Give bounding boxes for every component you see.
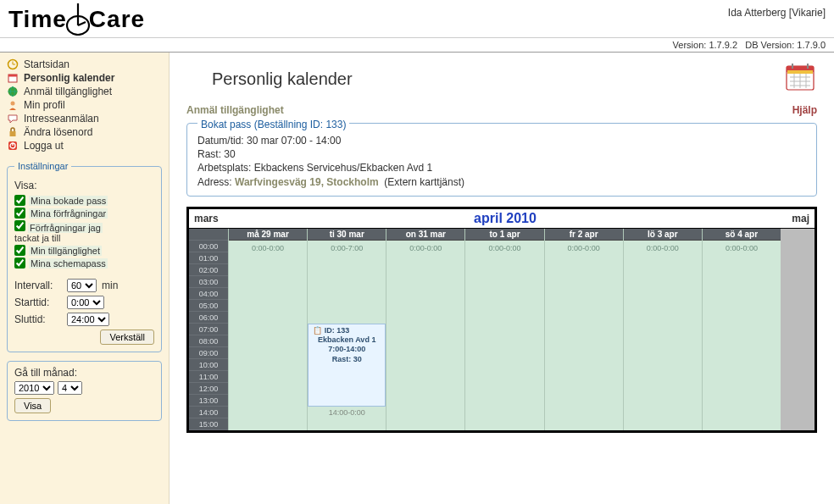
day-header: ti 30 mar <box>308 229 386 241</box>
goto-month-select[interactable]: 4 <box>58 381 82 395</box>
prev-month-link[interactable]: mars <box>194 213 219 224</box>
availability-range: 0:00-0:00 <box>386 244 464 252</box>
hour-label: 13:00 <box>189 395 228 407</box>
day-body[interactable]: 0:00-7:00📋 ID: 133Ekbacken Avd 17:00-14:… <box>308 241 386 418</box>
hour-label: 00:00 <box>189 241 228 252</box>
main: StartsidanPersonlig kalenderAnmäl tillgä… <box>0 53 834 504</box>
goto-panel: Gå till månad: 2010 4 Visa <box>7 361 162 421</box>
nav-item-label: Anmäl tillgänglighet <box>24 86 112 97</box>
availability-range: 0:00-0:00 <box>703 244 781 252</box>
day-column[interactable]: on 31 mar0:00-0:00 <box>386 229 464 430</box>
brand-right: Care <box>89 6 145 33</box>
endtime-select[interactable]: 24:00 <box>67 313 109 326</box>
filter-checkbox[interactable] <box>14 220 25 231</box>
lock-icon <box>7 126 19 138</box>
filter-checkbox-row[interactable]: Mina schemapass <box>14 258 154 269</box>
nav-item-ändra-lösenord[interactable]: Ändra lösenord <box>7 125 162 139</box>
svg-rect-12 <box>10 131 16 136</box>
nav-item-startsidan[interactable]: Startsidan <box>7 58 162 71</box>
page-title: Personlig kalender <box>212 69 353 89</box>
svg-point-11 <box>11 102 15 106</box>
nav-item-label: Ändra lösenord <box>24 126 92 138</box>
nav-item-intresseanmälan[interactable]: Intresseanmälan <box>7 112 162 125</box>
availability-range: 0:00-0:00 <box>624 244 702 252</box>
brand-left: Time <box>8 6 67 33</box>
day-column[interactable]: sö 4 apr0:00-0:00 <box>702 229 781 430</box>
day-body[interactable]: 0:00-0:00 <box>465 241 543 418</box>
nav-menu: StartsidanPersonlig kalenderAnmäl tillgä… <box>7 58 162 152</box>
filter-checkbox[interactable] <box>14 245 25 256</box>
days-row: må 29 mar0:00-0:00ti 30 mar0:00-7:00📋 ID… <box>228 229 781 430</box>
filter-label: Mina schemapass <box>29 258 108 269</box>
hour-label: 09:00 <box>189 347 228 359</box>
hour-label: 10:00 <box>189 359 228 371</box>
hour-label: 06:00 <box>189 312 228 324</box>
filter-label: Mina förfrågningar <box>29 208 108 219</box>
nav-item-logga-ut[interactable]: Logga ut <box>7 139 162 152</box>
person-icon <box>7 99 19 111</box>
interval-select[interactable]: 60 <box>67 279 97 292</box>
availability-range: 0:00-0:00 <box>465 244 543 252</box>
booked-title: Bokat pass (Beställning ID: 133) <box>197 119 349 130</box>
nav-item-label: Intresseanmälan <box>24 113 99 125</box>
address-link[interactable]: Warfvingesväg 19, Stockholm <box>235 176 379 188</box>
nav-item-label: Logga ut <box>24 140 64 152</box>
calendar-scrollgap <box>781 229 815 430</box>
day-column[interactable]: to 1 apr0:00-0:00 <box>464 229 543 430</box>
version-bar: Version: 1.7.9.2 DB Version: 1.7.9.0 <box>0 38 834 53</box>
day-body[interactable]: 0:00-0:00 <box>703 241 781 418</box>
goto-year-select[interactable]: 2010 <box>14 381 54 395</box>
globe-icon <box>7 86 19 97</box>
day-column[interactable]: må 29 mar0:00-0:00 <box>228 229 307 430</box>
nav-item-anmäl-tillgänglighet[interactable]: Anmäl tillgänglighet <box>7 85 162 98</box>
day-header: sö 4 apr <box>703 229 781 241</box>
filter-checkbox-row[interactable]: Min tillgänglighet <box>14 245 154 256</box>
filter-label: Förfrågningar jag <box>28 223 103 233</box>
filter-checkbox-row[interactable]: Förfrågningar jagtackat ja till <box>14 220 154 243</box>
filter-checkbox[interactable] <box>14 258 25 269</box>
power-icon <box>7 140 19 152</box>
starttime-select[interactable]: 0:00 <box>67 296 104 309</box>
day-body[interactable]: 0:00-0:00 <box>229 241 307 418</box>
svg-rect-18 <box>787 70 813 74</box>
hour-label: 05:00 <box>189 300 228 312</box>
sidebar: StartsidanPersonlig kalenderAnmäl tillgä… <box>0 53 170 504</box>
svg-rect-7 <box>8 75 17 77</box>
availability-range: 0:00-0:00 <box>545 244 623 252</box>
clock-icon <box>7 58 19 70</box>
calendar-icon <box>783 59 817 93</box>
calendar: mars april 2010 maj 00:0001:0002:0003:00… <box>186 207 817 433</box>
day-header: lö 3 apr <box>624 229 702 241</box>
user-info: Ida Atterberg [Vikarie] <box>728 7 826 19</box>
filter-checkbox[interactable] <box>14 208 25 219</box>
apply-button[interactable]: Verkställ <box>100 330 154 345</box>
content: Personlig kalender Anmäl tillgänglighet … <box>170 53 834 504</box>
filter-checkbox-row[interactable]: Mina bokade pass <box>14 195 154 206</box>
hour-label: 02:00 <box>189 264 228 276</box>
settings-legend: Inställningar <box>14 161 71 171</box>
availability-range: 14:00-0:00 <box>308 408 386 417</box>
clock-icon <box>65 3 91 36</box>
hour-label: 11:00 <box>189 371 228 383</box>
next-month-link[interactable]: maj <box>792 213 809 224</box>
day-body[interactable]: 0:00-0:00 <box>386 241 464 418</box>
day-header: fr 2 apr <box>545 229 623 241</box>
chat-icon <box>7 113 19 125</box>
day-column[interactable]: lö 3 apr0:00-0:00 <box>623 229 702 430</box>
help-link[interactable]: Hjälp <box>792 104 817 116</box>
filter-checkbox-row[interactable]: Mina förfrågningar <box>14 208 154 219</box>
filter-checkbox[interactable] <box>14 195 25 206</box>
nav-item-min-profil[interactable]: Min profil <box>7 98 162 112</box>
day-column[interactable]: ti 30 mar0:00-7:00📋 ID: 133Ekbacken Avd … <box>307 229 386 430</box>
day-body[interactable]: 0:00-0:00 <box>624 241 702 418</box>
day-body[interactable]: 0:00-0:00 <box>545 241 623 418</box>
goto-show-button[interactable]: Visa <box>14 398 51 413</box>
time-column: 00:0001:0002:0003:0004:0005:0006:0007:00… <box>189 229 228 430</box>
subtitle[interactable]: Anmäl tillgänglighet <box>186 104 284 116</box>
booked-pass-block[interactable]: 📋 ID: 133Ekbacken Avd 17:00-14:00Rast: 3… <box>308 324 386 407</box>
interval-unit: min <box>102 280 118 291</box>
day-header: to 1 apr <box>465 229 543 241</box>
nav-item-personlig-kalender[interactable]: Personlig kalender <box>7 71 162 85</box>
day-column[interactable]: fr 2 apr0:00-0:00 <box>544 229 623 430</box>
filter-label: Mina bokade pass <box>29 196 108 206</box>
